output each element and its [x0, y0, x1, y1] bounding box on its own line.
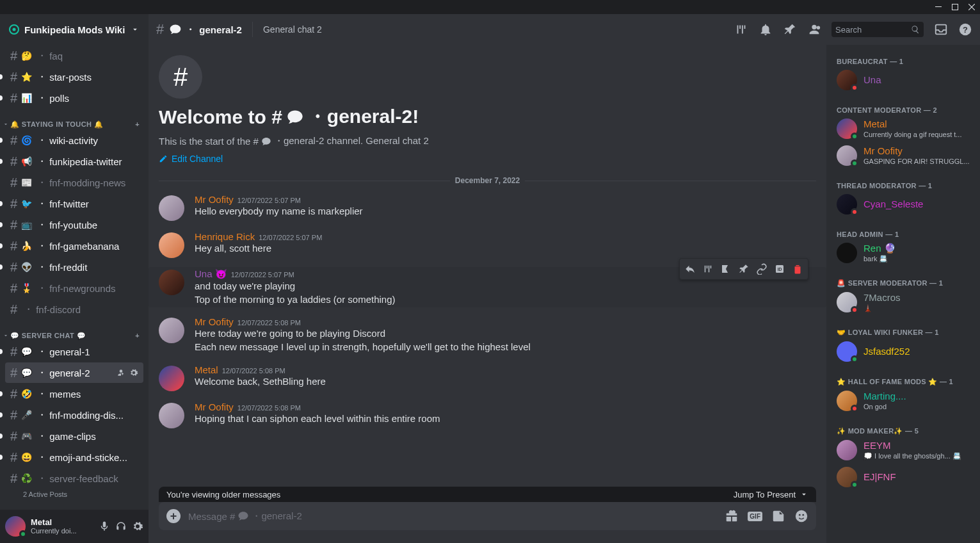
channel-item-general-2[interactable]: #💬・general-2 — [5, 362, 143, 383]
role-header: THREAD MODERATOR — 1 — [831, 169, 975, 191]
channel-name: game-clips — [49, 431, 96, 442]
deafen-icon[interactable] — [115, 521, 127, 532]
message-avatar[interactable] — [159, 232, 184, 258]
channel-item-game-clips[interactable]: #🎮・game-clips — [5, 426, 143, 446]
member-name: Una — [864, 74, 881, 86]
emoji-icon[interactable] — [794, 509, 808, 523]
channel-topic: General chat 2 — [263, 24, 322, 35]
member-item[interactable]: Una — [831, 67, 975, 93]
close-icon[interactable] — [968, 4, 975, 10]
older-messages-bar[interactable]: You're viewing older messages Jump To Pr… — [159, 487, 816, 502]
reply-icon[interactable] — [681, 260, 699, 278]
hash-icon: # — [10, 366, 17, 380]
message-author[interactable]: Una — [195, 268, 213, 279]
message-text: Hoping that I can siphon each level with… — [195, 412, 785, 426]
members-icon[interactable] — [807, 22, 821, 36]
add-channel-button[interactable]: + — [135, 332, 143, 339]
channel-item-general-1[interactable]: #💬・general-1 — [5, 341, 143, 362]
maximize-icon[interactable] — [952, 4, 958, 10]
message-author[interactable]: Mr Oofity — [195, 316, 234, 327]
gear-icon[interactable] — [129, 368, 138, 377]
welcome-hash-icon: # — [159, 55, 202, 99]
role-header: ✨ MOD MAKER✨ — 5 — [831, 414, 975, 437]
channel-item-fnf-gamebanana[interactable]: #🍌・fnf-gamebanana — [5, 236, 143, 256]
message-author[interactable]: Henrique Rick — [195, 231, 255, 242]
pencil-icon — [159, 154, 168, 163]
channel-name: memes — [49, 389, 81, 400]
channel-item-memes[interactable]: #🤣・memes — [5, 384, 143, 404]
add-channel-button[interactable]: + — [135, 120, 143, 128]
message-avatar[interactable] — [159, 403, 184, 428]
search-input[interactable]: Search — [831, 22, 924, 37]
channel-item-fnf-twitter[interactable]: #🐦・fnf-twitter — [5, 193, 143, 214]
notifications-icon[interactable] — [759, 22, 773, 36]
message-author[interactable]: Metal — [195, 364, 218, 375]
channel-item-star-posts[interactable]: #⭐・star-posts — [5, 67, 143, 87]
input-placeholder: Message # ・general-2 — [188, 510, 717, 523]
channel-item-fnf-modding-news[interactable]: #📰・fnf-modding-news — [5, 172, 143, 193]
channel-item-faq[interactable]: #🤔・faq — [5, 45, 143, 66]
link-icon[interactable] — [753, 260, 771, 278]
minimize-icon[interactable] — [935, 4, 942, 10]
category-header[interactable]: 💬 SERVER CHAT 💬+ — [0, 320, 149, 341]
welcome-block: # Welcome to # ・general-2! This is the s… — [159, 55, 816, 166]
help-icon[interactable]: ? — [958, 22, 972, 36]
channel-item-wiki-activity[interactable]: #🌀・wiki-activity — [5, 130, 143, 150]
mark-unread-icon[interactable] — [717, 260, 735, 278]
channel-item-fnf-newgrounds[interactable]: #🎖️・fnf-newgrounds — [5, 278, 143, 298]
member-item[interactable]: Ren 🔮bark 📇 — [831, 239, 975, 266]
channel-item-polls[interactable]: #📊・polls — [5, 88, 143, 108]
member-item[interactable]: EEYM💭 I love all the ghosts/gh... 📇 — [831, 437, 975, 464]
delete-icon[interactable] — [789, 260, 807, 278]
attach-button[interactable]: + — [166, 509, 181, 523]
message-list: # Welcome to # ・general-2! This is the s… — [149, 45, 826, 487]
thread-icon[interactable] — [699, 260, 717, 278]
channel-item-funkipedia-twitter[interactable]: #📢・funkipedia-twitter — [5, 151, 143, 172]
copy-id-icon[interactable]: ID — [771, 260, 789, 278]
message-avatar[interactable] — [159, 195, 184, 221]
gif-button[interactable]: GIF — [748, 512, 762, 521]
inbox-icon[interactable] — [934, 22, 948, 36]
channel-name: fnf-modding-news — [49, 177, 125, 188]
pin-icon[interactable] — [735, 260, 753, 278]
gift-icon[interactable] — [725, 509, 739, 523]
message-avatar[interactable] — [159, 366, 184, 391]
channel-item-fnf-youtube[interactable]: #📺・fnf-youtube — [5, 215, 143, 235]
message-timestamp: 12/07/2022 5:07 PM — [259, 234, 322, 241]
member-item[interactable]: Marting....On god — [831, 387, 975, 414]
message: Mr Oofity12/07/2022 5:07 PMHello everybo… — [159, 193, 816, 222]
mute-icon[interactable] — [99, 521, 110, 532]
message-author[interactable]: Mr Oofity — [195, 401, 234, 412]
message-avatar[interactable] — [159, 318, 184, 343]
member-item[interactable]: MetalCurrently doing a gif request t... — [831, 115, 975, 142]
member-name: Ren 🔮 — [864, 243, 896, 255]
member-item[interactable]: Cyan_Seleste — [831, 191, 975, 218]
channel-item-emoji-and-sticke...[interactable]: #😀・emoji-and-sticke... — [5, 447, 143, 467]
hash-icon: # — [10, 133, 17, 148]
edit-channel-link[interactable]: Edit Channel — [159, 154, 223, 164]
svg-point-3 — [13, 28, 16, 31]
member-item[interactable]: Jsfasdf252 — [831, 338, 975, 365]
server-header[interactable]: Funkipedia Mods Wiki — [0, 14, 149, 45]
member-item[interactable]: Mr OofityGASPING FOR AIR! STRUGGL... — [831, 142, 975, 169]
channel-item-fnf-reddit[interactable]: #👽・fnf-reddit — [5, 257, 143, 277]
message-avatar[interactable] — [159, 270, 184, 295]
hash-icon: # — [10, 387, 17, 401]
member-avatar — [837, 118, 857, 139]
sticker-icon[interactable] — [771, 509, 785, 523]
settings-icon[interactable] — [132, 521, 143, 532]
channel-item-server-feedback[interactable]: #♻️・server-feedback — [5, 468, 143, 489]
category-header[interactable]: 🔔 STAYING IN TOUCH 🔔+ — [0, 109, 149, 129]
pinned-icon[interactable] — [783, 22, 797, 36]
invite-icon[interactable] — [116, 368, 125, 377]
message-input[interactable]: + Message # ・general-2 GIF — [159, 502, 816, 530]
message: Mr Oofity12/07/2022 5:08 PMHoping that I… — [159, 400, 816, 430]
channel-item-fnf-discord[interactable]: #・fnf-discord — [5, 299, 143, 320]
message-author[interactable]: Mr Oofity — [195, 194, 234, 205]
chevron-down-icon — [799, 490, 808, 499]
threads-icon[interactable] — [734, 22, 748, 36]
member-item[interactable]: 7Macros🗼 — [831, 289, 975, 316]
channel-item-fnf-modding-dis...[interactable]: #🎤・fnf-modding-dis... — [5, 405, 143, 425]
self-avatar[interactable] — [5, 516, 26, 537]
member-item[interactable]: EJ|FNF — [831, 464, 975, 490]
